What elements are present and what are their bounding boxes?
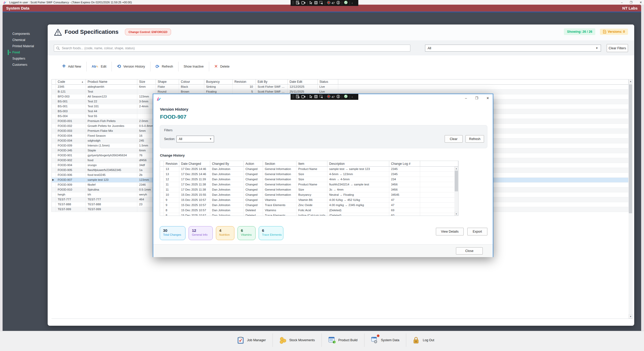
sidebar-item[interactable]: ▶ Customers bbox=[12, 62, 46, 68]
camera-icon[interactable] bbox=[301, 95, 306, 99]
record-icon[interactable] bbox=[327, 1, 331, 5]
taskbar-item-job-manager[interactable]: Job Manager bbox=[231, 337, 273, 344]
sidebar-item[interactable]: ▶ Food bbox=[12, 49, 46, 55]
history-table-row[interactable]: 13 17 Dec 2025 14:46 Dan Johnston Change… bbox=[160, 172, 458, 177]
region-select-icon[interactable] bbox=[314, 95, 318, 99]
main-table-scrollbar[interactable]: ▲ ▼ bbox=[629, 79, 633, 319]
sidebar-item[interactable]: ▶ Printed Material bbox=[12, 43, 46, 49]
header-buoyancy[interactable]: Buoyancy bbox=[204, 79, 233, 85]
header-revision[interactable]: Revision bbox=[233, 79, 256, 85]
view-details-button[interactable]: View Details bbox=[436, 228, 464, 235]
taskbar-item-product-build[interactable]: Product Build bbox=[322, 337, 364, 344]
accessibility-icon[interactable] bbox=[336, 1, 340, 5]
versions-badge[interactable]: Versions: 0 bbox=[600, 29, 628, 35]
category-filter-dropdown[interactable]: All ▼ bbox=[425, 45, 601, 52]
cell-changed-by: Dan Johnston bbox=[210, 213, 244, 216]
header-action[interactable]: Action bbox=[244, 161, 263, 167]
camera-icon[interactable] bbox=[301, 1, 306, 5]
cursor-icon[interactable] bbox=[309, 1, 312, 5]
cell-code: TEST-777 bbox=[56, 197, 86, 202]
header-colour[interactable]: Colour bbox=[179, 79, 204, 85]
header-revision[interactable]: Revision bbox=[164, 161, 179, 167]
history-table-row[interactable]: 8 15 Dec 2025 10:57 Dan Johnston Deleted… bbox=[160, 213, 458, 216]
header-item[interactable]: Item bbox=[296, 161, 327, 167]
header-status[interactable]: Status bbox=[318, 79, 338, 85]
header-changed-by[interactable]: Changed By bbox=[210, 161, 244, 167]
drag-handle-icon[interactable] bbox=[292, 1, 294, 5]
header-date-changed[interactable]: Date Changed bbox=[179, 161, 210, 167]
version-history-button[interactable]: ⟲Version History bbox=[112, 64, 150, 69]
header-change-log[interactable]: Change Log # bbox=[389, 161, 420, 167]
history-table-row[interactable]: 9 15 Dec 2025 10:57 Dan Johnston Changed… bbox=[160, 198, 458, 203]
check-icon[interactable] bbox=[344, 1, 348, 5]
scroll-up-icon[interactable]: ▲ bbox=[454, 167, 458, 170]
cell-filler bbox=[420, 182, 458, 187]
capture-overlay-toolbar[interactable]: 47 ‹ bbox=[291, 0, 358, 6]
scrollbar-thumb[interactable] bbox=[629, 84, 632, 213]
header-edit-by[interactable]: Edit By bbox=[256, 79, 288, 85]
header-section[interactable]: Section bbox=[263, 161, 296, 167]
script-settings-icon[interactable] bbox=[296, 95, 300, 99]
clear-button[interactable]: Clear bbox=[445, 135, 463, 143]
close-button[interactable]: ✕ bbox=[486, 96, 489, 100]
header-size[interactable]: Size bbox=[137, 79, 156, 85]
header-shape[interactable]: Shape bbox=[156, 79, 179, 85]
page-title: Food Specifications bbox=[65, 29, 118, 35]
sidebar-item[interactable]: ▶ Chemical bbox=[12, 37, 46, 43]
scroll-down-icon[interactable]: ▼ bbox=[629, 314, 633, 319]
scrollbar-thumb[interactable] bbox=[455, 171, 458, 191]
section-dropdown[interactable]: All ▼ bbox=[176, 136, 214, 142]
cursor-region-icon[interactable] bbox=[319, 1, 323, 5]
history-table-row[interactable]: 12 17 Dec 2025 11:39 Dan Johnston Change… bbox=[160, 177, 458, 182]
history-table-row[interactable]: 11 17 Dec 2025 11:38 Dan Johnston Change… bbox=[160, 187, 458, 192]
taskbar-item-log-out[interactable]: Log Out bbox=[406, 337, 441, 344]
drag-handle-icon[interactable] bbox=[292, 95, 294, 99]
cursor-region-icon[interactable] bbox=[319, 95, 323, 99]
header-description[interactable]: Description bbox=[327, 161, 389, 167]
maximize-button[interactable]: ❐ bbox=[475, 96, 478, 100]
app-taskbar: Job Manager Stock Movements Product Buil… bbox=[0, 331, 644, 351]
accessibility-icon[interactable] bbox=[336, 95, 340, 99]
minimize-button[interactable]: – bbox=[621, 1, 623, 4]
history-table-row[interactable]: 9 15 Dec 2025 10:57 Dan Johnston Changed… bbox=[160, 203, 458, 208]
export-button[interactable]: Export bbox=[467, 228, 487, 235]
clear-filters-button[interactable]: Clear Filters bbox=[607, 44, 628, 52]
history-scrollbar[interactable]: ▲ ▼ bbox=[454, 167, 458, 216]
header-code[interactable]: Code▲ bbox=[56, 79, 86, 85]
taskbar-item-system-data[interactable]: System Data bbox=[365, 337, 406, 344]
food-table-row[interactable]: ▶ 2345 atdeghaerbh 6mm Flake Black Sinki… bbox=[52, 85, 629, 89]
sidebar-item[interactable]: ▶ Suppliers bbox=[12, 55, 46, 62]
cell-revision: 8 bbox=[164, 213, 179, 216]
scroll-up-icon[interactable]: ▲ bbox=[629, 79, 633, 83]
close-button[interactable]: ✕ bbox=[640, 1, 642, 4]
history-table-row[interactable]: 8 15 Dec 2025 10:57 Dan Johnston Deleted… bbox=[160, 208, 458, 213]
cursor-icon[interactable] bbox=[309, 95, 312, 99]
maximize-button[interactable]: ❐ bbox=[630, 1, 632, 4]
add-new-button[interactable]: +Add New bbox=[57, 64, 86, 69]
header-date-edit[interactable]: Date Edit bbox=[288, 79, 318, 85]
region-select-icon[interactable] bbox=[314, 1, 318, 5]
collapse-chevron-icon[interactable]: ‹ bbox=[352, 2, 353, 5]
total-changes-card: 30 Total Changes bbox=[160, 226, 185, 240]
history-table-row[interactable]: 10 15 Dec 2025 15:55 Dan Johnston Change… bbox=[160, 192, 458, 198]
minimize-button[interactable]: – bbox=[465, 96, 467, 100]
taskbar-item-stock-movements[interactable]: Stock Movements bbox=[273, 337, 321, 344]
check-icon[interactable] bbox=[344, 94, 348, 99]
record-icon[interactable] bbox=[327, 95, 331, 99]
sidebar-item[interactable]: ▶ Components bbox=[12, 31, 46, 37]
show-inactive-button[interactable]: Show Inactive bbox=[179, 65, 209, 68]
refresh-button[interactable]: Refresh bbox=[465, 135, 484, 143]
refresh-button[interactable]: ⟳Refresh bbox=[150, 64, 178, 69]
scroll-down-icon[interactable]: ▼ bbox=[454, 212, 458, 216]
version-history-dialog: – ❐ ✕ Version History FOOD-907 Filters S… bbox=[153, 94, 493, 257]
capture-overlay-toolbar[interactable]: 47 ‹ bbox=[291, 94, 358, 100]
delete-button[interactable]: ✕Delete bbox=[209, 64, 235, 69]
history-table-row[interactable]: 13 17 Dec 2025 14:46 Dan Johnston Change… bbox=[160, 167, 458, 172]
collapse-chevron-icon[interactable]: ‹ bbox=[352, 95, 353, 99]
history-table-row[interactable]: 11 17 Dec 2025 11:38 Dan Johnston Change… bbox=[160, 182, 458, 187]
search-input[interactable]: Search foods... (code, name, colour, sha… bbox=[54, 45, 410, 52]
edit-button[interactable]: Ab✎Edit bbox=[87, 64, 112, 68]
header-product-name[interactable]: Product Name bbox=[86, 79, 137, 85]
close-button[interactable]: Close bbox=[456, 247, 483, 255]
script-settings-icon[interactable] bbox=[296, 1, 300, 5]
